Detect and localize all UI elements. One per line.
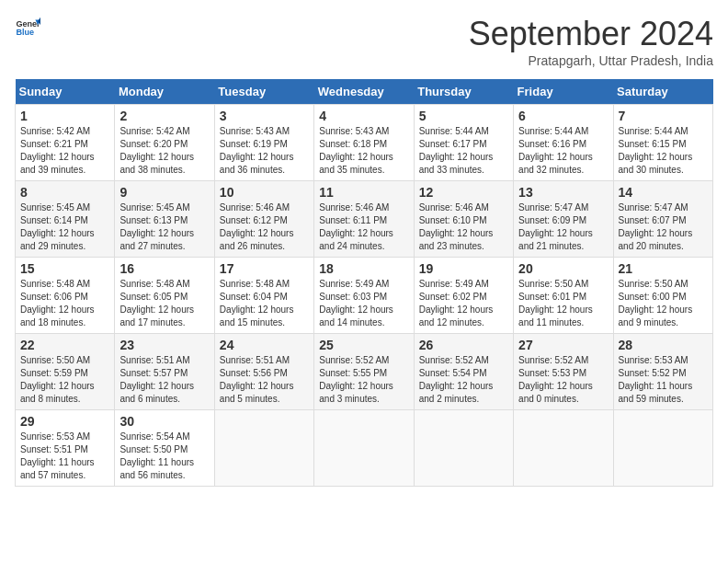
- day-number: 23: [119, 338, 209, 352]
- day-number: 4: [319, 109, 408, 123]
- day-info: Sunrise: 5:52 AM Sunset: 5:55 PM Dayligh…: [319, 354, 408, 406]
- day-header-thursday: Thursday: [414, 79, 513, 105]
- day-info: Sunrise: 5:53 AM Sunset: 5:52 PM Dayligh…: [619, 354, 708, 406]
- calendar-cell: 18Sunrise: 5:49 AM Sunset: 6:03 PM Dayli…: [314, 258, 414, 334]
- calendar-cell: 8Sunrise: 5:45 AM Sunset: 6:14 PM Daylig…: [16, 181, 115, 258]
- title-section: September 2024 Pratapgarh, Uttar Pradesh…: [469, 15, 713, 68]
- day-info: Sunrise: 5:50 AM Sunset: 6:01 PM Dayligh…: [518, 278, 608, 329]
- day-number: 14: [619, 185, 708, 200]
- day-number: 9: [119, 185, 209, 200]
- day-info: Sunrise: 5:46 AM Sunset: 6:12 PM Dayligh…: [220, 201, 309, 253]
- day-number: 21: [619, 261, 708, 276]
- day-info: Sunrise: 5:50 AM Sunset: 6:00 PM Dayligh…: [619, 278, 708, 329]
- day-info: Sunrise: 5:45 AM Sunset: 6:14 PM Dayligh…: [20, 201, 109, 253]
- day-header-friday: Friday: [514, 79, 613, 105]
- day-info: Sunrise: 5:48 AM Sunset: 6:04 PM Dayligh…: [220, 278, 309, 329]
- calendar-week-row: 22Sunrise: 5:50 AM Sunset: 5:59 PM Dayli…: [16, 334, 713, 410]
- day-number: 1: [20, 109, 109, 123]
- calendar-cell: 28Sunrise: 5:53 AM Sunset: 5:52 PM Dayli…: [613, 334, 712, 410]
- calendar-cell: 2Sunrise: 5:42 AM Sunset: 6:20 PM Daylig…: [115, 105, 214, 181]
- day-number: 28: [619, 338, 708, 352]
- calendar-cell: 27Sunrise: 5:52 AM Sunset: 5:53 PM Dayli…: [514, 334, 613, 410]
- day-info: Sunrise: 5:51 AM Sunset: 5:57 PM Dayligh…: [119, 354, 209, 406]
- calendar-cell: [613, 410, 712, 487]
- day-info: Sunrise: 5:48 AM Sunset: 6:05 PM Dayligh…: [119, 278, 209, 329]
- calendar-header: SundayMondayTuesdayWednesdayThursdayFrid…: [16, 79, 713, 105]
- calendar-cell: 16Sunrise: 5:48 AM Sunset: 6:05 PM Dayli…: [115, 258, 214, 334]
- calendar-cell: [414, 410, 513, 487]
- calendar-cell: 17Sunrise: 5:48 AM Sunset: 6:04 PM Dayli…: [214, 258, 313, 334]
- day-info: Sunrise: 5:43 AM Sunset: 6:19 PM Dayligh…: [220, 125, 309, 177]
- day-header-monday: Monday: [115, 79, 214, 105]
- calendar-cell: 4Sunrise: 5:43 AM Sunset: 6:18 PM Daylig…: [314, 105, 414, 181]
- day-number: 11: [319, 185, 408, 200]
- day-header-wednesday: Wednesday: [314, 79, 414, 105]
- day-info: Sunrise: 5:52 AM Sunset: 5:53 PM Dayligh…: [518, 354, 608, 406]
- day-number: 25: [319, 338, 408, 352]
- day-number: 30: [119, 414, 209, 429]
- day-info: Sunrise: 5:43 AM Sunset: 6:18 PM Dayligh…: [319, 125, 408, 177]
- day-info: Sunrise: 5:45 AM Sunset: 6:13 PM Dayligh…: [119, 201, 209, 253]
- day-info: Sunrise: 5:54 AM Sunset: 5:50 PM Dayligh…: [119, 431, 209, 482]
- calendar-cell: 29Sunrise: 5:53 AM Sunset: 5:51 PM Dayli…: [16, 410, 115, 487]
- day-header-sunday: Sunday: [16, 79, 115, 105]
- day-number: 13: [518, 185, 608, 200]
- day-info: Sunrise: 5:44 AM Sunset: 6:15 PM Dayligh…: [619, 125, 708, 177]
- day-number: 15: [20, 261, 109, 276]
- day-info: Sunrise: 5:53 AM Sunset: 5:51 PM Dayligh…: [20, 431, 109, 482]
- calendar-cell: 1Sunrise: 5:42 AM Sunset: 6:21 PM Daylig…: [16, 105, 115, 181]
- calendar-cell: 9Sunrise: 5:45 AM Sunset: 6:13 PM Daylig…: [115, 181, 214, 258]
- day-info: Sunrise: 5:49 AM Sunset: 6:02 PM Dayligh…: [419, 278, 508, 329]
- calendar-cell: 10Sunrise: 5:46 AM Sunset: 6:12 PM Dayli…: [214, 181, 313, 258]
- calendar-cell: 11Sunrise: 5:46 AM Sunset: 6:11 PM Dayli…: [314, 181, 414, 258]
- day-number: 2: [119, 109, 209, 123]
- calendar-cell: 19Sunrise: 5:49 AM Sunset: 6:02 PM Dayli…: [414, 258, 513, 334]
- day-info: Sunrise: 5:42 AM Sunset: 6:20 PM Dayligh…: [119, 125, 209, 177]
- calendar-cell: [314, 410, 414, 487]
- calendar-cell: 23Sunrise: 5:51 AM Sunset: 5:57 PM Dayli…: [115, 334, 214, 410]
- calendar-body: 1Sunrise: 5:42 AM Sunset: 6:21 PM Daylig…: [16, 105, 713, 487]
- day-info: Sunrise: 5:46 AM Sunset: 6:11 PM Dayligh…: [319, 201, 408, 253]
- day-number: 12: [419, 185, 508, 200]
- calendar-week-row: 1Sunrise: 5:42 AM Sunset: 6:21 PM Daylig…: [16, 105, 713, 181]
- logo: General Blue: [15, 15, 40, 40]
- header: General Blue September 2024 Pratapgarh, …: [15, 15, 713, 68]
- calendar-week-row: 29Sunrise: 5:53 AM Sunset: 5:51 PM Dayli…: [16, 410, 713, 487]
- day-number: 27: [518, 338, 608, 352]
- day-number: 22: [20, 338, 109, 352]
- month-title: September 2024: [469, 15, 713, 53]
- day-info: Sunrise: 5:49 AM Sunset: 6:03 PM Dayligh…: [319, 278, 408, 329]
- day-number: 18: [319, 261, 408, 276]
- calendar-cell: 7Sunrise: 5:44 AM Sunset: 6:15 PM Daylig…: [613, 105, 712, 181]
- calendar-cell: 22Sunrise: 5:50 AM Sunset: 5:59 PM Dayli…: [16, 334, 115, 410]
- day-info: Sunrise: 5:44 AM Sunset: 6:16 PM Dayligh…: [518, 125, 608, 177]
- day-number: 16: [119, 261, 209, 276]
- day-info: Sunrise: 5:44 AM Sunset: 6:17 PM Dayligh…: [419, 125, 508, 177]
- calendar-cell: 21Sunrise: 5:50 AM Sunset: 6:00 PM Dayli…: [613, 258, 712, 334]
- day-header-saturday: Saturday: [613, 79, 712, 105]
- calendar-cell: [214, 410, 313, 487]
- day-number: 20: [518, 261, 608, 276]
- calendar-week-row: 15Sunrise: 5:48 AM Sunset: 6:06 PM Dayli…: [16, 258, 713, 334]
- calendar-week-row: 8Sunrise: 5:45 AM Sunset: 6:14 PM Daylig…: [16, 181, 713, 258]
- day-number: 8: [20, 185, 109, 200]
- day-info: Sunrise: 5:47 AM Sunset: 6:07 PM Dayligh…: [619, 201, 708, 253]
- svg-text:Blue: Blue: [16, 28, 34, 37]
- day-info: Sunrise: 5:47 AM Sunset: 6:09 PM Dayligh…: [518, 201, 608, 253]
- day-info: Sunrise: 5:48 AM Sunset: 6:06 PM Dayligh…: [20, 278, 109, 329]
- day-header-tuesday: Tuesday: [214, 79, 313, 105]
- calendar-cell: 26Sunrise: 5:52 AM Sunset: 5:54 PM Dayli…: [414, 334, 513, 410]
- day-number: 6: [518, 109, 608, 123]
- day-number: 10: [220, 185, 309, 200]
- calendar-cell: 5Sunrise: 5:44 AM Sunset: 6:17 PM Daylig…: [414, 105, 513, 181]
- day-info: Sunrise: 5:50 AM Sunset: 5:59 PM Dayligh…: [20, 354, 109, 406]
- day-number: 29: [20, 414, 109, 429]
- day-number: 26: [419, 338, 508, 352]
- general-blue-logo-icon: General Blue: [15, 15, 40, 40]
- days-of-week-row: SundayMondayTuesdayWednesdayThursdayFrid…: [16, 79, 713, 105]
- day-info: Sunrise: 5:51 AM Sunset: 5:56 PM Dayligh…: [220, 354, 309, 406]
- day-info: Sunrise: 5:46 AM Sunset: 6:10 PM Dayligh…: [419, 201, 508, 253]
- day-number: 19: [419, 261, 508, 276]
- calendar-table: SundayMondayTuesdayWednesdayThursdayFrid…: [15, 79, 713, 487]
- calendar-cell: 14Sunrise: 5:47 AM Sunset: 6:07 PM Dayli…: [613, 181, 712, 258]
